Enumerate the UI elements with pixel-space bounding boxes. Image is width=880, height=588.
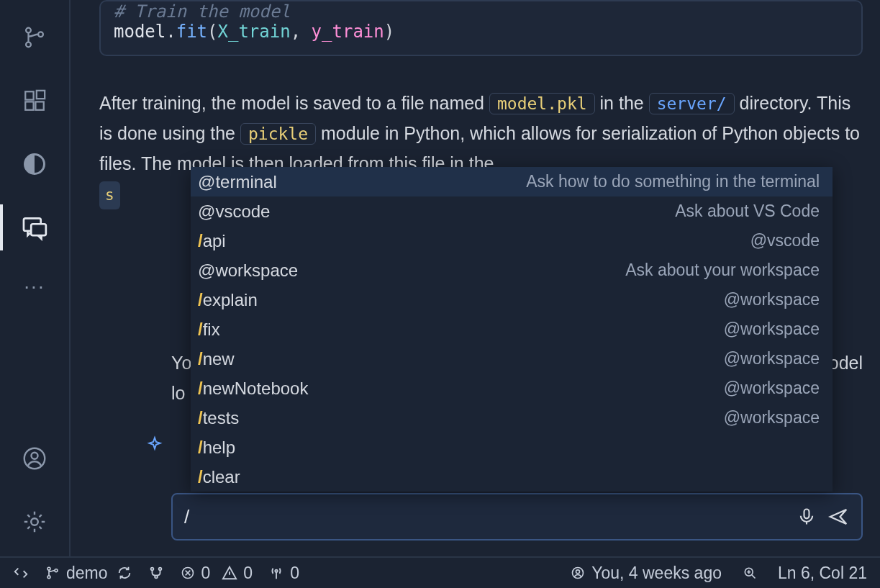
suggestion-name: clear bbox=[203, 467, 240, 487]
suggestion-hint: @vscode bbox=[750, 231, 820, 250]
suggestion-hint: @workspace bbox=[724, 290, 820, 309]
inline-code: server/ bbox=[649, 93, 735, 114]
code-comment: # Train the model bbox=[114, 1, 291, 22]
suggestion-name: new bbox=[203, 349, 235, 369]
svg-point-1 bbox=[26, 42, 31, 48]
suggestion-item[interactable]: /newNotebook@workspace bbox=[191, 374, 833, 403]
source-control-graph[interactable] bbox=[148, 565, 164, 581]
graph-icon bbox=[148, 565, 164, 581]
suggestion-prefix: / bbox=[198, 408, 203, 428]
suggestion-item[interactable]: /tests@workspace bbox=[191, 403, 833, 433]
svg-point-14 bbox=[47, 576, 50, 579]
suggestion-prefix: / bbox=[198, 349, 203, 369]
suggestion-item[interactable]: /new@workspace bbox=[191, 344, 833, 374]
suggestion-item[interactable]: @vscodeAsk about VS Code bbox=[191, 196, 833, 226]
sync-icon[interactable] bbox=[117, 565, 132, 581]
microphone-icon[interactable] bbox=[795, 505, 818, 528]
code-block: # Train the model model.fit(X_train, y_t… bbox=[99, 0, 863, 56]
svg-point-17 bbox=[158, 568, 161, 571]
suggestion-name: explain bbox=[203, 290, 258, 310]
zoom-icon bbox=[742, 565, 758, 581]
sparkle-icon bbox=[145, 435, 164, 454]
svg-point-20 bbox=[275, 570, 277, 572]
suggestion-prefix: @ bbox=[198, 202, 215, 222]
suggestion-item[interactable]: /fix@workspace bbox=[191, 315, 833, 344]
suggestion-item[interactable]: @workspaceAsk about your workspace bbox=[191, 255, 833, 285]
suggestion-hint: @workspace bbox=[724, 349, 820, 368]
svg-point-15 bbox=[55, 569, 58, 572]
svg-rect-3 bbox=[25, 91, 33, 99]
svg-point-16 bbox=[150, 568, 153, 571]
svg-point-2 bbox=[38, 32, 43, 37]
activity-bar: ··· bbox=[0, 0, 71, 556]
suggestion-hint: @workspace bbox=[724, 408, 820, 428]
suggestion-item[interactable]: /help bbox=[191, 433, 833, 462]
suggestion-prefix: @ bbox=[198, 172, 215, 192]
svg-point-22 bbox=[576, 570, 580, 574]
suggestion-name: help bbox=[203, 438, 235, 458]
suggestion-prefix: / bbox=[198, 290, 203, 310]
inline-code: pickle bbox=[240, 123, 316, 145]
chat-input-field[interactable] bbox=[184, 506, 786, 528]
problems-status[interactable]: 0 0 bbox=[180, 564, 253, 583]
suggestion-name: terminal bbox=[215, 172, 276, 192]
svg-rect-12 bbox=[804, 510, 809, 519]
remote-indicator[interactable] bbox=[13, 565, 29, 581]
svg-point-0 bbox=[26, 28, 31, 33]
remote-icon bbox=[13, 565, 29, 581]
extensions-icon[interactable] bbox=[20, 86, 49, 115]
suggestion-name: vscode bbox=[215, 202, 270, 222]
accounts-icon[interactable] bbox=[20, 444, 49, 473]
ports-status[interactable]: 0 bbox=[268, 564, 299, 583]
suggestion-prefix: / bbox=[198, 231, 203, 251]
chat-panel: # Train the model model.fit(X_train, y_t… bbox=[71, 0, 880, 556]
suggestion-prefix: / bbox=[198, 467, 203, 487]
svg-rect-4 bbox=[25, 101, 33, 109]
git-blame-status[interactable]: You, 4 weeks ago bbox=[570, 564, 722, 583]
suggestion-name: workspace bbox=[215, 261, 298, 281]
person-icon bbox=[570, 565, 586, 581]
suggestion-item[interactable]: /explain@workspace bbox=[191, 285, 833, 315]
svg-point-11 bbox=[31, 518, 38, 525]
cursor-position-status[interactable]: Ln 6, Col 21 bbox=[778, 564, 867, 583]
source-control-icon[interactable] bbox=[20, 23, 49, 52]
branch-icon bbox=[45, 565, 60, 581]
suggestion-name: tests bbox=[203, 408, 240, 428]
suggestion-prefix: @ bbox=[198, 261, 215, 281]
suggestion-hint: Ask about VS Code bbox=[675, 202, 820, 221]
suggestion-item[interactable]: @terminalAsk how to do something in the … bbox=[191, 167, 833, 196]
suggestion-item[interactable]: /clear bbox=[191, 462, 833, 492]
suggestion-name: newNotebook bbox=[203, 379, 309, 399]
reference-capsule[interactable]: s bbox=[99, 181, 120, 209]
suggestion-hint: @workspace bbox=[724, 320, 820, 339]
svg-rect-5 bbox=[35, 101, 43, 109]
chat-icon[interactable] bbox=[20, 213, 49, 242]
suggestion-prefix: / bbox=[198, 438, 203, 458]
suggestion-hint: Ask about your workspace bbox=[625, 261, 820, 280]
suggestion-item[interactable]: /api@vscode bbox=[191, 226, 833, 255]
antenna-icon bbox=[268, 565, 284, 581]
svg-rect-8 bbox=[31, 224, 46, 235]
suggestion-prefix: / bbox=[198, 320, 203, 340]
suggestion-hint: @workspace bbox=[724, 379, 820, 398]
suggestion-hint: Ask how to do something in the terminal bbox=[526, 172, 820, 191]
zoom-status[interactable] bbox=[742, 565, 758, 581]
inline-code: model.pkl bbox=[489, 93, 595, 114]
svg-point-10 bbox=[32, 453, 38, 459]
suggestion-prefix: / bbox=[198, 379, 203, 399]
send-icon[interactable] bbox=[827, 505, 850, 528]
settings-gear-icon[interactable] bbox=[20, 507, 49, 536]
chat-input[interactable] bbox=[171, 493, 863, 540]
suggestion-name: api bbox=[203, 231, 226, 251]
status-bar: demo 0 0 0 bbox=[0, 556, 880, 588]
command-suggestions-popup: @terminalAsk how to do something in the … bbox=[191, 167, 833, 492]
svg-rect-6 bbox=[37, 91, 45, 99]
git-branch-status[interactable]: demo bbox=[45, 564, 132, 583]
suggestion-name: fix bbox=[203, 320, 220, 340]
warning-icon bbox=[222, 565, 237, 581]
overflow-menu-icon[interactable]: ··· bbox=[24, 276, 45, 297]
branch-name: demo bbox=[66, 564, 108, 583]
svg-point-13 bbox=[47, 567, 50, 570]
test-icon[interactable] bbox=[20, 150, 49, 178]
error-icon bbox=[180, 565, 196, 581]
